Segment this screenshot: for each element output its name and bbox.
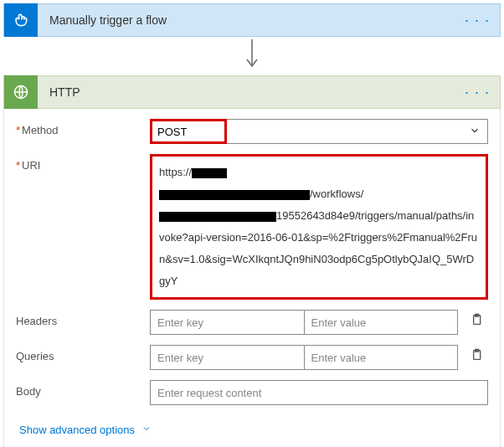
method-label: Method [16,119,150,136]
method-select[interactable]: POST [150,119,488,144]
http-step-header[interactable]: HTTP · · · [3,75,501,109]
headers-paste-icon[interactable] [465,310,488,329]
redaction [159,212,276,222]
trigger-step[interactable]: Manually trigger a flow · · · [3,3,501,37]
http-step-body: Method POST URI https:// /workflows/1955… [3,109,501,447]
body-label: Body [16,380,150,398]
queries-key-input[interactable]: Enter key [150,345,305,370]
uri-input[interactable]: https:// /workflows/19552643d84e9/trigge… [150,154,488,300]
queries-paste-icon[interactable] [465,345,488,364]
trigger-menu-icon[interactable]: · · · [455,12,500,29]
show-advanced-link[interactable]: Show advanced options [16,415,155,444]
globe-icon [4,75,38,109]
headers-label: Headers [16,310,150,327]
chevron-down-icon [141,424,152,436]
chevron-down-icon [469,125,481,139]
uri-label: URI [16,154,150,172]
headers-key-input[interactable]: Enter key [150,310,305,335]
method-value: POST [157,126,187,138]
redaction [159,190,310,200]
redaction [192,168,227,178]
flow-arrow [3,37,501,75]
queries-label: Queries [16,345,150,362]
http-title: HTTP [38,85,455,99]
body-input[interactable]: Enter request content [150,380,488,405]
http-menu-icon[interactable]: · · · [455,84,500,101]
headers-value-input[interactable]: Enter value [305,310,459,335]
finger-tap-icon [4,3,38,37]
trigger-title: Manually trigger a flow [38,13,455,27]
queries-value-input[interactable]: Enter value [305,345,459,370]
